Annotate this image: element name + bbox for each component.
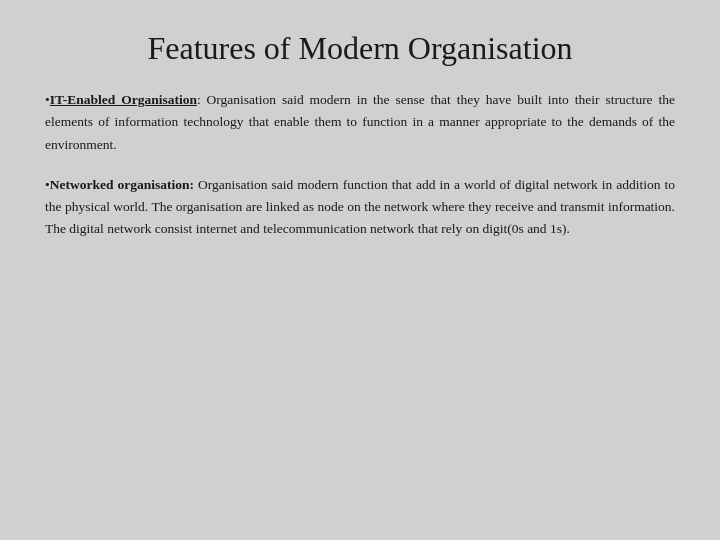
slide-container: Features of Modern Organisation •IT-Enab… (0, 0, 720, 540)
bullet-section-networked: •Networked organisation: Organisation sa… (45, 174, 675, 241)
bullet-label-it-enabled: IT-Enabled Organisation (50, 92, 197, 107)
bullet-text-networked: •Networked organisation: Organisation sa… (45, 174, 675, 241)
bullet-text-it-enabled: •IT-Enabled Organisation: Organisation s… (45, 89, 675, 156)
content-area: •IT-Enabled Organisation: Organisation s… (45, 89, 675, 259)
slide-title: Features of Modern Organisation (45, 30, 675, 67)
bullet-label-networked: Networked organisation: (50, 177, 194, 192)
bullet-section-it-enabled: •IT-Enabled Organisation: Organisation s… (45, 89, 675, 156)
